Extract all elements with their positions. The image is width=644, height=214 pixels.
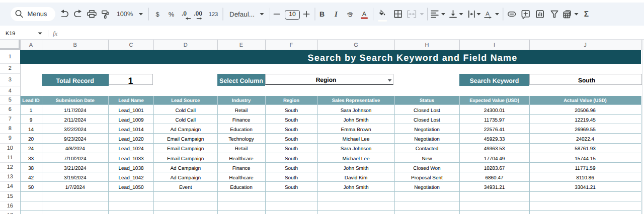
svg-text:Σ: Σ	[584, 10, 589, 19]
svg-text:10: 10	[289, 11, 296, 18]
svg-text:I: I	[334, 11, 338, 19]
svg-text:K19: K19	[6, 31, 15, 37]
svg-text:$: $	[155, 11, 159, 18]
svg-text:A: A	[362, 11, 367, 18]
svg-text:Defaul...: Defaul...	[229, 11, 255, 18]
svg-text:123: 123	[209, 12, 218, 18]
svg-text:B: B	[319, 10, 325, 18]
svg-text:%: %	[169, 11, 175, 18]
svg-text:Menus: Menus	[27, 10, 47, 18]
svg-text:S: S	[348, 11, 352, 18]
svg-text:.0: .0	[182, 10, 187, 17]
svg-text:fx: fx	[53, 30, 58, 37]
svg-text:.00: .00	[194, 10, 202, 17]
svg-text:100%: 100%	[117, 10, 133, 18]
svg-text:A: A	[486, 11, 490, 17]
